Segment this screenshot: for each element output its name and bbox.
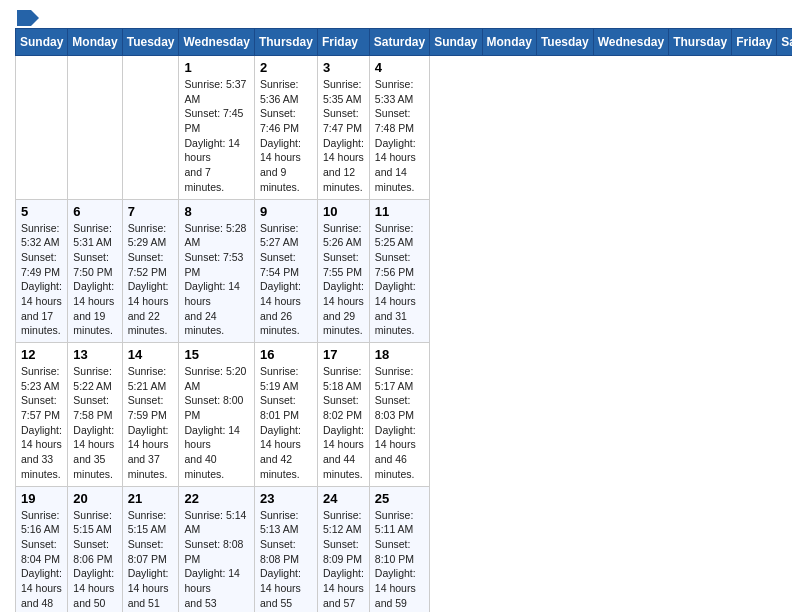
day-number: 3 <box>323 60 364 75</box>
day-info: Sunrise: 5:22 AM Sunset: 7:58 PM Dayligh… <box>73 364 116 482</box>
col-header-monday: Monday <box>482 29 536 56</box>
logo-arrow-icon <box>17 10 39 26</box>
col-header-tuesday: Tuesday <box>536 29 593 56</box>
day-number: 2 <box>260 60 312 75</box>
svg-marker-0 <box>17 10 39 26</box>
day-info: Sunrise: 5:32 AM Sunset: 7:49 PM Dayligh… <box>21 221 62 339</box>
day-info: Sunrise: 5:21 AM Sunset: 7:59 PM Dayligh… <box>128 364 174 482</box>
day-info: Sunrise: 5:15 AM Sunset: 8:06 PM Dayligh… <box>73 508 116 613</box>
day-number: 21 <box>128 491 174 506</box>
day-info: Sunrise: 5:26 AM Sunset: 7:55 PM Dayligh… <box>323 221 364 339</box>
week-row-2: 5Sunrise: 5:32 AM Sunset: 7:49 PM Daylig… <box>16 199 793 343</box>
day-number: 7 <box>128 204 174 219</box>
day-number: 11 <box>375 204 424 219</box>
day-number: 24 <box>323 491 364 506</box>
day-info: Sunrise: 5:14 AM Sunset: 8:08 PM Dayligh… <box>184 508 248 613</box>
day-info: Sunrise: 5:35 AM Sunset: 7:47 PM Dayligh… <box>323 77 364 195</box>
day-number: 13 <box>73 347 116 362</box>
calendar-cell: 12Sunrise: 5:23 AM Sunset: 7:57 PM Dayli… <box>16 343 68 487</box>
col-header-friday: Friday <box>317 29 369 56</box>
day-info: Sunrise: 5:25 AM Sunset: 7:56 PM Dayligh… <box>375 221 424 339</box>
day-number: 8 <box>184 204 248 219</box>
calendar-cell: 9Sunrise: 5:27 AM Sunset: 7:54 PM Daylig… <box>254 199 317 343</box>
day-number: 10 <box>323 204 364 219</box>
calendar-cell: 23Sunrise: 5:13 AM Sunset: 8:08 PM Dayli… <box>254 486 317 612</box>
day-number: 19 <box>21 491 62 506</box>
day-info: Sunrise: 5:17 AM Sunset: 8:03 PM Dayligh… <box>375 364 424 482</box>
calendar-cell: 24Sunrise: 5:12 AM Sunset: 8:09 PM Dayli… <box>317 486 369 612</box>
calendar-cell <box>68 56 122 200</box>
col-header-tuesday: Tuesday <box>122 29 179 56</box>
calendar-table: SundayMondayTuesdayWednesdayThursdayFrid… <box>15 28 792 612</box>
day-number: 20 <box>73 491 116 506</box>
col-header-wednesday: Wednesday <box>593 29 668 56</box>
calendar-cell: 4Sunrise: 5:33 AM Sunset: 7:48 PM Daylig… <box>369 56 429 200</box>
day-number: 25 <box>375 491 424 506</box>
week-row-1: 1Sunrise: 5:37 AM Sunset: 7:45 PM Daylig… <box>16 56 793 200</box>
col-header-thursday: Thursday <box>254 29 317 56</box>
calendar-cell: 14Sunrise: 5:21 AM Sunset: 7:59 PM Dayli… <box>122 343 179 487</box>
week-row-3: 12Sunrise: 5:23 AM Sunset: 7:57 PM Dayli… <box>16 343 793 487</box>
day-number: 1 <box>184 60 248 75</box>
day-info: Sunrise: 5:13 AM Sunset: 8:08 PM Dayligh… <box>260 508 312 613</box>
col-header-sunday: Sunday <box>430 29 482 56</box>
day-info: Sunrise: 5:15 AM Sunset: 8:07 PM Dayligh… <box>128 508 174 613</box>
calendar-cell: 19Sunrise: 5:16 AM Sunset: 8:04 PM Dayli… <box>16 486 68 612</box>
day-info: Sunrise: 5:36 AM Sunset: 7:46 PM Dayligh… <box>260 77 312 195</box>
day-info: Sunrise: 5:18 AM Sunset: 8:02 PM Dayligh… <box>323 364 364 482</box>
day-info: Sunrise: 5:33 AM Sunset: 7:48 PM Dayligh… <box>375 77 424 195</box>
calendar-cell: 17Sunrise: 5:18 AM Sunset: 8:02 PM Dayli… <box>317 343 369 487</box>
day-number: 17 <box>323 347 364 362</box>
calendar-cell: 13Sunrise: 5:22 AM Sunset: 7:58 PM Dayli… <box>68 343 122 487</box>
calendar-cell: 25Sunrise: 5:11 AM Sunset: 8:10 PM Dayli… <box>369 486 429 612</box>
calendar-cell: 16Sunrise: 5:19 AM Sunset: 8:01 PM Dayli… <box>254 343 317 487</box>
col-header-wednesday: Wednesday <box>179 29 254 56</box>
calendar-cell: 5Sunrise: 5:32 AM Sunset: 7:49 PM Daylig… <box>16 199 68 343</box>
calendar-cell: 10Sunrise: 5:26 AM Sunset: 7:55 PM Dayli… <box>317 199 369 343</box>
calendar-cell <box>122 56 179 200</box>
day-number: 15 <box>184 347 248 362</box>
logo <box>15 10 41 22</box>
day-info: Sunrise: 5:28 AM Sunset: 7:53 PM Dayligh… <box>184 221 248 339</box>
day-info: Sunrise: 5:29 AM Sunset: 7:52 PM Dayligh… <box>128 221 174 339</box>
header-row: SundayMondayTuesdayWednesdayThursdayFrid… <box>16 29 793 56</box>
day-info: Sunrise: 5:23 AM Sunset: 7:57 PM Dayligh… <box>21 364 62 482</box>
day-number: 12 <box>21 347 62 362</box>
day-info: Sunrise: 5:20 AM Sunset: 8:00 PM Dayligh… <box>184 364 248 482</box>
day-number: 5 <box>21 204 62 219</box>
calendar-cell: 1Sunrise: 5:37 AM Sunset: 7:45 PM Daylig… <box>179 56 254 200</box>
day-info: Sunrise: 5:27 AM Sunset: 7:54 PM Dayligh… <box>260 221 312 339</box>
week-row-4: 19Sunrise: 5:16 AM Sunset: 8:04 PM Dayli… <box>16 486 793 612</box>
calendar-cell: 6Sunrise: 5:31 AM Sunset: 7:50 PM Daylig… <box>68 199 122 343</box>
col-header-monday: Monday <box>68 29 122 56</box>
calendar-cell: 3Sunrise: 5:35 AM Sunset: 7:47 PM Daylig… <box>317 56 369 200</box>
calendar-cell: 2Sunrise: 5:36 AM Sunset: 7:46 PM Daylig… <box>254 56 317 200</box>
day-info: Sunrise: 5:37 AM Sunset: 7:45 PM Dayligh… <box>184 77 248 195</box>
day-info: Sunrise: 5:11 AM Sunset: 8:10 PM Dayligh… <box>375 508 424 613</box>
col-header-saturday: Saturday <box>369 29 429 56</box>
day-number: 4 <box>375 60 424 75</box>
calendar-cell: 20Sunrise: 5:15 AM Sunset: 8:06 PM Dayli… <box>68 486 122 612</box>
day-number: 9 <box>260 204 312 219</box>
col-header-saturday: Saturday <box>777 29 792 56</box>
day-number: 22 <box>184 491 248 506</box>
day-info: Sunrise: 5:12 AM Sunset: 8:09 PM Dayligh… <box>323 508 364 613</box>
calendar-cell: 21Sunrise: 5:15 AM Sunset: 8:07 PM Dayli… <box>122 486 179 612</box>
calendar-cell <box>16 56 68 200</box>
col-header-sunday: Sunday <box>16 29 68 56</box>
day-number: 23 <box>260 491 312 506</box>
day-info: Sunrise: 5:16 AM Sunset: 8:04 PM Dayligh… <box>21 508 62 613</box>
calendar-cell: 15Sunrise: 5:20 AM Sunset: 8:00 PM Dayli… <box>179 343 254 487</box>
day-number: 18 <box>375 347 424 362</box>
header <box>15 10 777 22</box>
day-number: 6 <box>73 204 116 219</box>
calendar-cell: 7Sunrise: 5:29 AM Sunset: 7:52 PM Daylig… <box>122 199 179 343</box>
col-header-thursday: Thursday <box>669 29 732 56</box>
calendar-cell: 8Sunrise: 5:28 AM Sunset: 7:53 PM Daylig… <box>179 199 254 343</box>
day-info: Sunrise: 5:31 AM Sunset: 7:50 PM Dayligh… <box>73 221 116 339</box>
calendar-cell: 22Sunrise: 5:14 AM Sunset: 8:08 PM Dayli… <box>179 486 254 612</box>
calendar-cell: 11Sunrise: 5:25 AM Sunset: 7:56 PM Dayli… <box>369 199 429 343</box>
day-number: 14 <box>128 347 174 362</box>
day-info: Sunrise: 5:19 AM Sunset: 8:01 PM Dayligh… <box>260 364 312 482</box>
day-number: 16 <box>260 347 312 362</box>
